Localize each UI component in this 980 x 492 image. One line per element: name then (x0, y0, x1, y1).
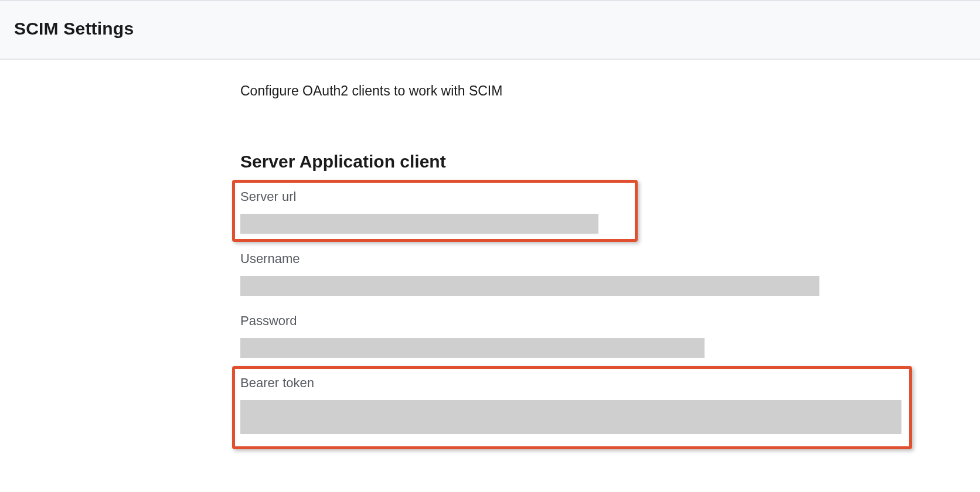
field-group-password: Password (240, 313, 705, 358)
server-url-label: Server url (240, 189, 646, 204)
field-group-bearer-token: Bearer token (240, 375, 920, 434)
username-input[interactable] (240, 276, 819, 296)
server-url-input[interactable] (240, 214, 598, 234)
section-heading: Server Application client (240, 152, 980, 172)
main-content: Configure OAuth2 clients to work with SC… (0, 60, 980, 475)
field-group-server-url: Server url (240, 189, 646, 234)
field-group-username: Username (240, 251, 819, 296)
password-input[interactable] (240, 338, 705, 358)
page-header: SCIM Settings (0, 0, 980, 60)
page-title: SCIM Settings (14, 19, 966, 39)
bearer-token-label: Bearer token (240, 375, 920, 391)
bearer-token-input[interactable] (240, 400, 901, 434)
password-label: Password (240, 313, 705, 329)
page-subtitle: Configure OAuth2 clients to work with SC… (240, 83, 980, 99)
username-label: Username (240, 251, 819, 266)
